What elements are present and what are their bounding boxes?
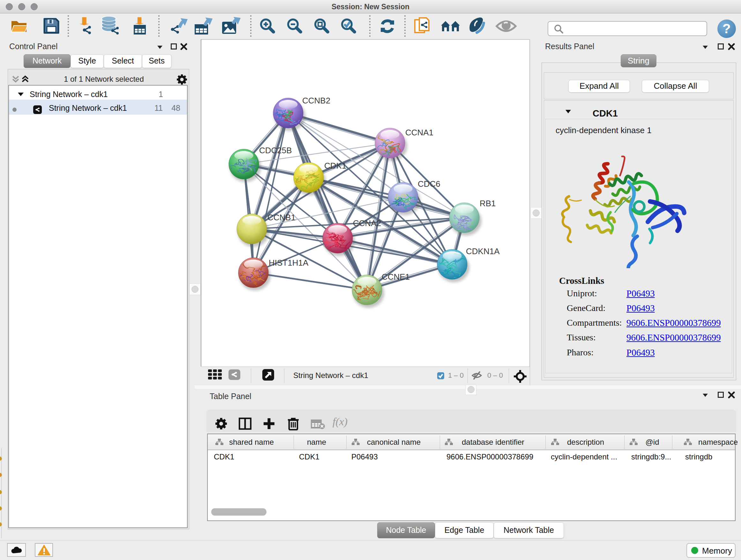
svg-text:CCNB2: CCNB2 (302, 96, 330, 105)
svg-text:CDKN1A: CDKN1A (466, 246, 500, 256)
svg-text:RB1: RB1 (480, 199, 496, 208)
svg-text:CCNB1: CCNB1 (267, 212, 295, 222)
svg-text:CCNA1: CCNA1 (405, 128, 433, 137)
svg-text:CDK1: CDK1 (324, 161, 346, 171)
svg-text:CCNE1: CCNE1 (382, 272, 410, 282)
svg-text:CDC25B: CDC25B (259, 145, 292, 155)
svg-text:CDC6: CDC6 (418, 179, 441, 189)
svg-text:CCNA2: CCNA2 (353, 219, 381, 228)
svg-text:HIST1H1A: HIST1H1A (269, 258, 309, 267)
